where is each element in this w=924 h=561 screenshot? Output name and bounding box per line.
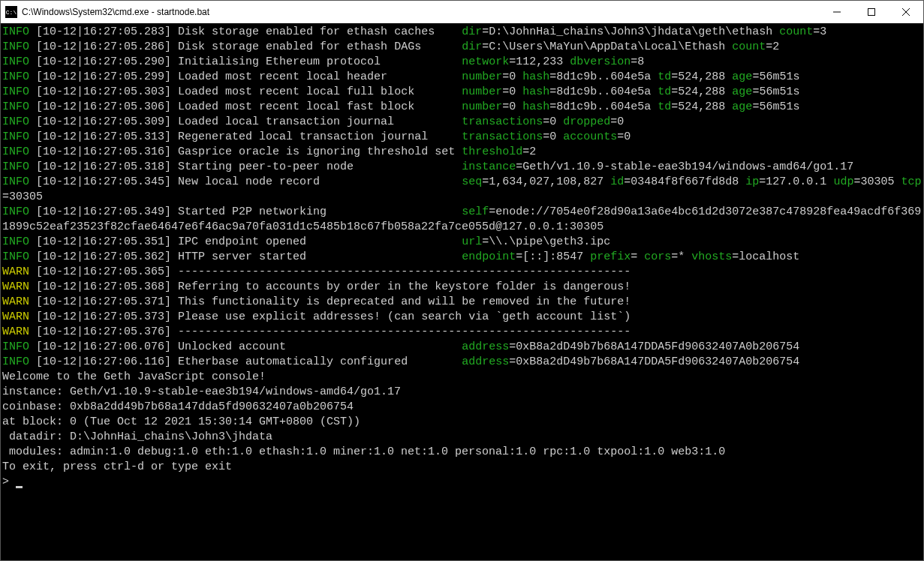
log-level: INFO (2, 100, 29, 113)
log-value: 03484f8f667fd8d8 (631, 176, 739, 188)
log-key: transactions (462, 130, 543, 143)
log-line: INFO [10-12|16:27:06.076] Unlocked accou… (2, 340, 922, 355)
console-modules: modules: admin:1.0 debug:1.0 eth:1.0 eth… (2, 445, 922, 460)
log-message: Etherbase automatically configured (178, 356, 455, 368)
log-timestamp: [10-12|16:27:05.373] (36, 310, 171, 323)
log-message: Disk storage enabled for ethash caches (178, 26, 455, 38)
log-key: number (462, 70, 502, 83)
log-timestamp: [10-12|16:27:05.286] (36, 40, 171, 53)
log-key: td (658, 86, 671, 98)
console-atblock: at block: 0 (Tue Oct 12 2021 15:30:14 GM… (2, 415, 922, 430)
log-timestamp: [10-12|16:27:05.349] (36, 206, 171, 218)
terminal-output[interactable]: INFO [10-12|16:27:05.283] Disk storage e… (1, 23, 923, 560)
console-prompt-line[interactable]: > (2, 475, 922, 490)
cmd-icon: C:\ (5, 6, 17, 18)
log-line: WARN [10-12|16:27:05.371] This functiona… (2, 295, 922, 310)
log-level: WARN (2, 266, 29, 278)
log-value: 0 (549, 130, 556, 143)
log-key: td (658, 100, 671, 113)
log-line: INFO [10-12|16:27:05.345] New local node… (2, 175, 922, 205)
log-key: threshold (462, 146, 522, 158)
log-key: hash (522, 70, 549, 83)
log-timestamp: [10-12|16:27:05.290] (36, 56, 171, 68)
log-message: Gasprice oracle is ignoring threshold se… (178, 146, 455, 158)
log-message: Started P2P networking (178, 206, 455, 218)
log-value: 524,288 (678, 86, 725, 98)
close-button[interactable] (889, 1, 923, 23)
log-value: 8d1c9b..604e5a (556, 70, 651, 83)
log-line: INFO [10-12|16:27:05.299] Loaded most re… (2, 70, 922, 85)
log-key: udp (833, 176, 853, 188)
log-level: INFO (2, 146, 29, 158)
log-value: 0 (617, 116, 624, 128)
log-value: 8d1c9b..604e5a (556, 86, 651, 98)
log-value: 0 (509, 100, 516, 113)
log-message: Please use explicit addresses! (can sear… (178, 310, 631, 323)
log-timestamp: [10-12|16:27:05.318] (36, 160, 171, 173)
log-value: 0xB8a2dD49b7b68A147DDA5Fd90632407A0b2067… (516, 356, 799, 368)
log-timestamp: [10-12|16:27:05.345] (36, 176, 171, 188)
log-line: INFO [10-12|16:27:05.286] Disk storage e… (2, 40, 922, 55)
console-instance: instance: Geth/v1.10.9-stable-eae3b194/w… (2, 385, 922, 400)
log-level: INFO (2, 130, 29, 143)
log-key: transactions (462, 116, 543, 128)
maximize-button[interactable] (854, 1, 889, 23)
log-timestamp: [10-12|16:27:05.283] (36, 26, 171, 38)
log-value: 0xB8a2dD49b7b68A147DDA5Fd90632407A0b2067… (516, 340, 799, 353)
log-level: INFO (2, 250, 29, 263)
log-value: 3 (820, 26, 826, 38)
minimize-button[interactable] (820, 1, 854, 23)
log-value: \\.\pipe\geth3.ipc (489, 236, 610, 248)
log-value: 1,634,027,108,827 (489, 176, 603, 188)
log-key: count (732, 40, 766, 53)
log-timestamp: [10-12|16:27:05.313] (36, 130, 171, 143)
log-message: New local node record (178, 176, 455, 188)
console-prompt: > (2, 476, 16, 488)
log-message: HTTP server started (178, 250, 455, 263)
log-message: Regenerated local transaction journal (178, 130, 455, 143)
log-key: address (462, 340, 509, 353)
log-key: cors (644, 250, 671, 263)
log-key: network (462, 56, 509, 68)
console-exitmsg: To exit, press ctrl-d or type exit (2, 460, 922, 475)
log-timestamp: [10-12|16:27:06.116] (36, 356, 171, 368)
log-level: INFO (2, 26, 29, 38)
log-line: INFO [10-12|16:27:05.362] HTTP server st… (2, 250, 922, 265)
log-line: INFO [10-12|16:27:05.306] Loaded most re… (2, 100, 922, 115)
log-line: INFO [10-12|16:27:05.318] Starting peer-… (2, 160, 922, 175)
log-key: address (462, 356, 509, 368)
log-key: hash (522, 86, 549, 98)
log-line: INFO [10-12|16:27:05.283] Disk storage e… (2, 25, 922, 40)
console-welcome: Welcome to the Geth JavaScript console! (2, 370, 922, 385)
log-value: localhost (739, 250, 799, 263)
log-line: INFO [10-12|16:27:05.303] Loaded most re… (2, 85, 922, 100)
log-message: Referring to accounts by order in the ke… (178, 280, 631, 293)
log-value: * (678, 250, 685, 263)
log-value: 56m51s (759, 86, 799, 98)
log-line: WARN [10-12|16:27:05.376] --------------… (2, 325, 922, 340)
log-level: WARN (2, 280, 29, 293)
log-key: age (732, 86, 752, 98)
log-timestamp: [10-12|16:27:05.376] (36, 326, 171, 338)
log-message: Loaded most recent local header (178, 70, 455, 83)
log-message: IPC endpoint opened (178, 236, 455, 248)
log-line: INFO [10-12|16:27:05.316] Gasprice oracl… (2, 145, 922, 160)
log-timestamp: [10-12|16:27:05.316] (36, 146, 171, 158)
log-timestamp: [10-12|16:27:05.299] (36, 70, 171, 83)
log-key: number (462, 100, 502, 113)
log-value: 524,288 (678, 100, 725, 113)
log-level: INFO (2, 356, 29, 368)
titlebar[interactable]: C:\ C:\Windows\System32\cmd.exe - startn… (1, 1, 923, 23)
log-key: endpoint (462, 250, 516, 263)
log-line: WARN [10-12|16:27:05.368] Referring to a… (2, 280, 922, 295)
log-key: dir (462, 26, 482, 38)
log-value: 2 (772, 40, 779, 53)
log-message: ----------------------------------------… (178, 266, 631, 278)
log-line: INFO [10-12|16:27:06.116] Etherbase auto… (2, 355, 922, 370)
log-message: Loaded most recent local fast block (178, 100, 455, 113)
log-line: INFO [10-12|16:27:05.313] Regenerated lo… (2, 130, 922, 145)
log-level: INFO (2, 70, 29, 83)
log-key: number (462, 86, 502, 98)
log-value: 127.0.0.1 (766, 176, 826, 188)
log-value: 0 (509, 70, 516, 83)
